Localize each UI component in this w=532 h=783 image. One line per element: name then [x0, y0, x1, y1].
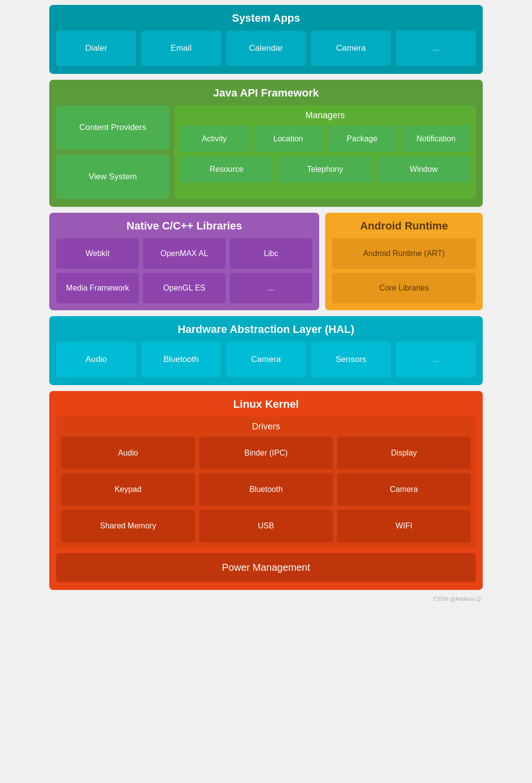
native-libs-layer: Native C/C++ Libraries Webkit OpenMAX AL…	[49, 213, 319, 310]
media-framework-item: Media Framework	[56, 273, 139, 303]
hal-title: Hardware Abstraction Layer (HAL)	[56, 323, 476, 336]
native-libs-grid: Webkit OpenMAX AL Libc Media Framework O…	[56, 238, 312, 303]
system-apps-layer: System Apps Dialer Email Calendar Camera…	[49, 5, 483, 74]
hal-sensors-item: Sensors	[311, 342, 391, 377]
driver-bluetooth: Bluetooth	[199, 473, 333, 506]
camera-item: Camera	[311, 31, 391, 66]
hal-audio-item: Audio	[56, 342, 136, 377]
art-item: Android Runtime (ART)	[332, 238, 476, 269]
location-manager: Location	[253, 126, 323, 152]
calendar-item: Calendar	[226, 31, 306, 66]
java-api-title: Java API Framework	[56, 87, 476, 99]
drivers-row3: Shared Memory USB WIFI	[61, 510, 471, 542]
driver-display: Display	[337, 437, 471, 469]
drivers-section: Drivers Audio Binder (IPC) Display Keypa…	[56, 417, 476, 548]
native-libs-row2: Media Framework OpenGL ES ...	[56, 273, 312, 303]
activity-manager: Activity	[179, 126, 249, 152]
more-native-item: ...	[230, 273, 312, 303]
driver-camera: Camera	[337, 473, 471, 506]
driver-wifi: WIFI	[337, 510, 471, 542]
telephony-manager: Telephony	[278, 156, 372, 183]
openmax-item: OpenMAX AL	[143, 238, 226, 269]
drivers-grid: Audio Binder (IPC) Display Keypad Blueto…	[61, 437, 471, 542]
resource-manager: Resource	[179, 156, 274, 183]
android-runtime-title: Android Runtime	[332, 220, 476, 232]
native-libs-title: Native C/C++ Libraries	[56, 220, 312, 232]
managers-grid: Activity Location Package Notification R…	[179, 126, 471, 183]
system-apps-items: Dialer Email Calendar Camera ...	[56, 31, 476, 66]
package-manager: Package	[327, 126, 397, 152]
system-apps-title: System Apps	[56, 12, 476, 25]
watermark: CSDN @Addison.Q	[49, 596, 483, 602]
hal-layer: Hardware Abstraction Layer (HAL) Audio B…	[49, 316, 483, 385]
linux-kernel-title: Linux Kernel	[56, 398, 476, 411]
power-management-item: Power Management	[56, 553, 476, 582]
native-runtime-row: Native C/C++ Libraries Webkit OpenMAX AL…	[49, 213, 483, 310]
content-providers-item: Content Providers	[56, 105, 169, 150]
linux-kernel-layer: Linux Kernel Drivers Audio Binder (IPC) …	[49, 391, 483, 590]
hal-items: Audio Bluetooth Camera Sensors ...	[56, 342, 476, 377]
driver-binder: Binder (IPC)	[199, 437, 333, 469]
drivers-row1: Audio Binder (IPC) Display	[61, 437, 471, 469]
hal-more-item: ...	[396, 342, 476, 377]
java-api-left: Content Providers View System	[56, 105, 169, 199]
libc-item: Libc	[230, 238, 312, 269]
runtime-grid: Android Runtime (ART) Core Libraries	[332, 238, 476, 303]
driver-usb: USB	[199, 510, 333, 542]
hal-bluetooth-item: Bluetooth	[141, 342, 221, 377]
managers-section: Managers Activity Location Package Notif…	[174, 105, 476, 199]
email-item: Email	[141, 31, 221, 66]
managers-row1: Activity Location Package Notification	[179, 126, 471, 152]
notification-manager: Notification	[401, 126, 471, 152]
core-libraries-item: Core Libraries	[332, 273, 476, 303]
view-system-item: View System	[56, 155, 169, 199]
webkit-item: Webkit	[56, 238, 139, 269]
driver-audio: Audio	[61, 437, 195, 469]
drivers-title: Drivers	[61, 422, 471, 432]
opengl-item: OpenGL ES	[143, 273, 226, 303]
window-manager: Window	[376, 156, 471, 183]
more-apps-item: ...	[396, 31, 476, 66]
android-runtime-layer: Android Runtime Android Runtime (ART) Co…	[325, 213, 483, 310]
managers-row2: Resource Telephony Window	[179, 156, 471, 183]
java-api-layer: Java API Framework Content Providers Vie…	[49, 80, 483, 207]
dialer-item: Dialer	[56, 31, 136, 66]
managers-title: Managers	[179, 110, 471, 121]
java-api-inner: Content Providers View System Managers A…	[56, 105, 476, 199]
driver-keypad: Keypad	[61, 473, 195, 506]
native-libs-row1: Webkit OpenMAX AL Libc	[56, 238, 312, 269]
hal-camera-item: Camera	[226, 342, 306, 377]
drivers-row2: Keypad Bluetooth Camera	[61, 473, 471, 506]
android-architecture-diagram: System Apps Dialer Email Calendar Camera…	[44, 0, 488, 607]
driver-shared-memory: Shared Memory	[61, 510, 195, 542]
